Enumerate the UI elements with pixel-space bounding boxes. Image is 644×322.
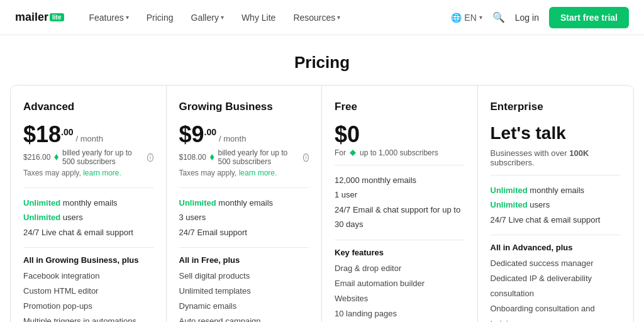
learn-more-link-advanced[interactable]: learn more. (83, 169, 121, 177)
feature-item: Unlimited monthly emails (491, 183, 621, 197)
price-row-free: $0 (335, 123, 465, 146)
price-unit-growing: / month (219, 134, 246, 143)
extras-list-growing: Sell digital productsUnlimited templates… (179, 269, 309, 322)
feature-item: 12,000 monthly emails (335, 173, 465, 187)
tax-note-growing: Taxes may apply, learn more. (179, 169, 309, 177)
feature-item: Unlimited users (491, 197, 621, 212)
pricing-grid: Advanced$18.00/ month$216.00 billed year… (10, 85, 634, 322)
billing-note-growing: $108.00 billed yearly for up to 500 subs… (179, 148, 309, 166)
enterprise-subtext: Businesses with over 100K subscribers. (491, 148, 621, 167)
price-row-advanced: $18.00/ month (23, 123, 153, 146)
section-heading-enterprise: All in Advanced, plus (491, 243, 621, 252)
tax-note-advanced: Taxes may apply, learn more. (23, 169, 153, 177)
start-trial-button[interactable]: Start free trial (549, 7, 629, 28)
price-row-growing: $9.00/ month (179, 123, 309, 146)
nav-link-gallery[interactable]: Gallery▾ (191, 13, 224, 23)
section-heading-free: Key features (335, 248, 465, 257)
plan-name-advanced: Advanced (23, 101, 153, 113)
extra-item: 10 landing pages (335, 306, 465, 321)
extra-item: Multiple triggers in automations (23, 314, 153, 322)
extra-item: Dynamic emails (179, 299, 309, 314)
feature-item: 24/7 Email & chat support for up to 30 d… (335, 203, 465, 232)
extras-list-advanced: Facebook integrationCustom HTML editorPr… (23, 269, 153, 322)
extra-item: Dedicated IP & deliverability consultati… (491, 271, 621, 301)
lang-label: EN (464, 13, 476, 23)
extra-item: Auto resend campaign (179, 314, 309, 322)
feature-list-growing: Unlimited monthly emails3 users24/7 Emai… (179, 196, 309, 240)
plan-col-growing: Growing Business$9.00/ month$108.00 bill… (167, 86, 323, 322)
plan-name-free: Free (335, 101, 465, 113)
nav-link-why-lite[interactable]: Why Lite (242, 13, 275, 23)
extra-item: Unlimited templates (179, 284, 309, 299)
extra-item: Email automation builder (335, 276, 465, 291)
chevron-icon: ▾ (337, 14, 340, 21)
lang-chevron-icon: ▾ (479, 14, 482, 21)
logo-text: mailer (15, 11, 48, 24)
billing-note-advanced: $216.00 billed yearly for up to 500 subs… (23, 148, 153, 166)
nav-right: 🌐 EN ▾ 🔍 Log in Start free trial (451, 7, 629, 28)
price-unit-advanced: / month (76, 134, 103, 143)
extra-item: Onboarding consultation and training (491, 301, 621, 322)
feature-list-enterprise: Unlimited monthly emailsUnlimited users2… (491, 183, 621, 227)
feature-list-free: 12,000 monthly emails1 user24/7 Email & … (335, 173, 465, 232)
feature-item: Unlimited monthly emails (179, 196, 309, 210)
extras-list-enterprise: Dedicated success managerDedicated IP & … (491, 256, 621, 322)
chevron-icon: ▾ (126, 14, 129, 21)
pricing-section: Advanced$18.00/ month$216.00 billed year… (0, 85, 644, 322)
nav-links: Features▾PricingGallery▾Why LiteResource… (89, 13, 452, 23)
info-icon-growing[interactable]: i (303, 153, 309, 162)
info-icon-advanced[interactable]: i (147, 153, 153, 162)
extra-item: Promotion pop-ups (23, 299, 153, 314)
search-icon[interactable]: 🔍 (492, 11, 505, 23)
price-sup-advanced: .00 (61, 127, 73, 137)
plan-col-free: Free$0For up to 1,000 subscribers12,000 … (322, 86, 478, 322)
navbar: mailer lite Features▾PricingGallery▾Why … (0, 0, 644, 35)
extras-list-free: Drag & drop editorEmail automation build… (335, 261, 465, 322)
nav-link-resources[interactable]: Resources▾ (293, 13, 340, 23)
extra-item: Dedicated success manager (491, 256, 621, 271)
plan-col-advanced: Advanced$18.00/ month$216.00 billed year… (11, 86, 167, 322)
feature-item: 3 users (179, 210, 309, 225)
enterprise-headline: Let's talk (491, 123, 621, 143)
plan-name-enterprise: Enterprise (491, 101, 621, 113)
page-title-section: Pricing (0, 35, 644, 85)
section-heading-advanced: All in Growing Business, plus (23, 255, 153, 265)
extra-item: Facebook integration (23, 269, 153, 284)
extra-item: Custom HTML editor (23, 284, 153, 299)
feature-item: 24/7 Live chat & email support (491, 213, 621, 227)
price-dollar-advanced: $18 (23, 123, 61, 146)
chevron-icon: ▾ (221, 14, 224, 21)
page-title: Pricing (0, 53, 644, 72)
plan-name-growing: Growing Business (179, 101, 309, 113)
price-sup-growing: .00 (204, 127, 216, 137)
price-dollar-growing: $9 (179, 123, 204, 146)
feature-item: 24/7 Email support (179, 225, 309, 240)
learn-more-link-growing[interactable]: learn more. (239, 169, 277, 177)
login-button[interactable]: Log in (515, 13, 539, 23)
logo[interactable]: mailer lite (15, 11, 64, 24)
nav-link-pricing[interactable]: Pricing (147, 13, 174, 23)
feature-item: Unlimited monthly emails (23, 196, 153, 210)
price-dollar-free: $0 (335, 123, 360, 146)
feature-list-advanced: Unlimited monthly emailsUnlimited users2… (23, 196, 153, 240)
feature-item: Unlimited users (23, 210, 153, 225)
extra-item: Websites (335, 291, 465, 306)
logo-badge: lite (50, 13, 64, 21)
globe-icon: 🌐 (451, 13, 462, 23)
nav-link-features[interactable]: Features▾ (89, 13, 129, 23)
language-selector[interactable]: 🌐 EN ▾ (451, 13, 482, 23)
feature-item: 24/7 Live chat & email support (23, 225, 153, 240)
feature-item: 1 user (335, 187, 465, 202)
extra-item: Drag & drop editor (335, 261, 465, 276)
extra-item: Sell digital products (179, 269, 309, 284)
billing-note-free: For up to 1,000 subscribers (335, 148, 465, 157)
section-heading-growing: All in Free, plus (179, 255, 309, 265)
plan-col-enterprise: EnterpriseLet's talkBusinesses with over… (478, 86, 634, 322)
